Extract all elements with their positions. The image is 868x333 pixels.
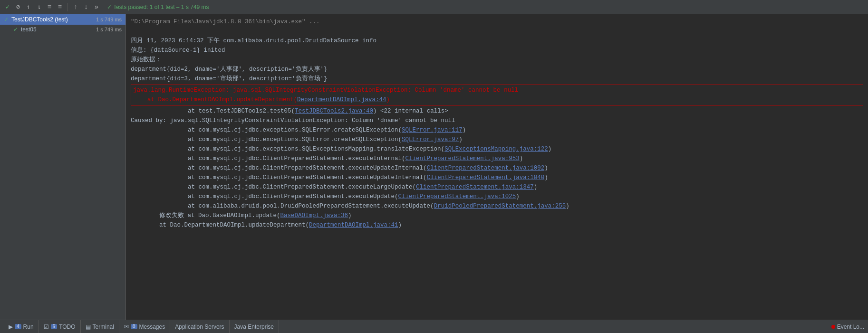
terminal-tab[interactable]: ▤ Terminal: [81, 320, 119, 333]
error-box: java.lang.RuntimeException: java.sql.SQL…: [131, 85, 863, 105]
item-name: test05: [21, 26, 96, 33]
check-icon[interactable]: ✓: [4, 3, 11, 11]
error-line-2: at Dao.DepartmentDAOImpl.updateDepartmen…: [131, 95, 863, 105]
suite-time: 1 s 749 ms: [96, 17, 122, 22]
log-line-4: department{did=2, dname='人事部', descripti…: [131, 65, 863, 74]
clientps-1040[interactable]: ClientPreparedStatement.java:1040: [427, 174, 545, 181]
dept-link-1[interactable]: DepartmentDAOImpl.java:44: [297, 96, 386, 103]
run-num: 4: [15, 324, 21, 329]
log-line-5: department{did=3, dname='市场部', descripti…: [131, 74, 863, 84]
align-right-icon[interactable]: ≡: [56, 3, 64, 11]
blank-line: [131, 27, 863, 36]
sort-asc-icon[interactable]: ↿: [25, 3, 32, 11]
app-servers-tab[interactable]: Application Servers: [170, 320, 229, 333]
messages-tab[interactable]: ✉ 0 Messages: [119, 320, 170, 333]
java-enterprise-tab[interactable]: Java Enterprise: [230, 320, 279, 333]
status-right: Event Lo...: [831, 323, 864, 330]
status-bar: ▶ 4 Run ☑ 6 TODO ▤ Terminal ✉ 0 Messages…: [0, 320, 868, 333]
testjdbc-link[interactable]: TestJDBCTools2.java:40: [295, 108, 373, 114]
test-suite-row[interactable]: ✓ TestJDBCTools2 (test) 1 s 749 ms: [0, 14, 125, 25]
command-line: "D:\Program Files\Java\jdk1.8.0_361\bin\…: [131, 17, 863, 27]
stack-line-10: 修改失败 at Dao.BaseDAOImpl.update(BaseDAOIm…: [131, 211, 863, 220]
todo-icon: ☑: [44, 323, 49, 330]
stack-line-6: at com.mysql.cj.jdbc.ClientPreparedState…: [131, 173, 863, 182]
log-line-1: 四月 11, 2023 6:14:32 下午 com.alibaba.druid…: [131, 36, 863, 46]
sqlerror-97[interactable]: SQLError.java:97: [402, 136, 459, 143]
test-status: ✓ Tests passed: 1 of 1 test – 1 s 749 ms: [107, 4, 209, 10]
sort-desc-icon[interactable]: ⇂: [35, 3, 43, 11]
todo-num: 6: [51, 324, 58, 329]
log-line-3: 原始数据：: [131, 55, 863, 65]
caused-by: Caused by: java.sql.SQLIntegrityConstrai…: [131, 116, 863, 125]
stack-line-1: at com.mysql.cj.jdbc.exceptions.SQLError…: [131, 125, 863, 135]
messages-icon: ✉: [124, 323, 129, 330]
event-log-dot: [831, 325, 835, 329]
stack-line-4: at com.mysql.cj.jdbc.ClientPreparedState…: [131, 154, 863, 163]
stack-line-7: at com.mysql.cj.jdbc.ClientPreparedState…: [131, 182, 863, 192]
basedao-36[interactable]: BaseDAOImpl.java:36: [280, 212, 348, 219]
stack-line-8: at com.mysql.cj.jdbc.ClientPreparedState…: [131, 192, 863, 201]
clientps-1347[interactable]: ClientPreparedStatement.java:1347: [416, 184, 534, 190]
sqlerror-117[interactable]: SQLError.java:117: [402, 127, 463, 133]
messages-label: Messages: [139, 323, 165, 330]
terminal-label: Terminal: [93, 323, 114, 330]
suite-check-icon: ✓: [4, 16, 9, 23]
run-icon: ▶: [9, 323, 13, 330]
event-log-label[interactable]: Event Lo...: [837, 323, 864, 330]
stack-line-2: at com.mysql.cj.jdbc.exceptions.SQLError…: [131, 135, 863, 144]
stack-line-3: at com.mysql.cj.jdbc.exceptions.SQLExcep…: [131, 144, 863, 154]
dept-link-41[interactable]: DepartmentDAOImpl.java:41: [309, 222, 398, 228]
clientps-1092[interactable]: ClientPreparedStatement.java:1092: [427, 165, 545, 171]
clientps-1025[interactable]: ClientPreparedStatement.java:1025: [398, 193, 516, 200]
todo-label: TODO: [59, 323, 75, 330]
item-check-icon: ✓: [13, 26, 18, 33]
main-area: ✓ TestJDBCTools2 (test) 1 s 749 ms ✓ tes…: [0, 14, 868, 320]
sqlexceptions-122[interactable]: SQLExceptionsMapping.java:122: [444, 146, 548, 152]
druid-255[interactable]: DruidPooledPreparedStatement.java:255: [434, 203, 566, 209]
left-panel: ✓ TestJDBCTools2 (test) 1 s 749 ms ✓ tes…: [0, 14, 126, 320]
stack-line-11: at Dao.DepartmentDAOImpl.updateDepartmen…: [131, 220, 863, 230]
todo-tab[interactable]: ☑ 6 TODO: [39, 320, 81, 333]
error-line-1: java.lang.RuntimeException: java.sql.SQL…: [131, 86, 863, 95]
stop-icon[interactable]: ⊘: [14, 3, 22, 11]
up-icon[interactable]: ↑: [72, 3, 79, 11]
run-label: Run: [23, 323, 34, 330]
suite-name: TestJDBCTools2 (test): [11, 16, 96, 23]
down-icon[interactable]: ↓: [82, 3, 90, 11]
app-servers-label: Application Servers: [175, 323, 224, 330]
item-time: 1 s 749 ms: [96, 27, 122, 32]
separator: [68, 3, 68, 11]
status-checkmark: ✓: [107, 4, 113, 10]
terminal-icon: ▤: [86, 323, 91, 330]
clientps-953[interactable]: ClientPreparedStatement.java:953: [405, 155, 520, 162]
log-line-2: 信息: {dataSource-1} inited: [131, 46, 863, 55]
run-tab[interactable]: ▶ 4 Run: [4, 320, 39, 333]
align-left-icon[interactable]: ≡: [46, 3, 53, 11]
toolbar: ✓ ⊘ ↿ ⇂ ≡ ≡ ↑ ↓ » ✓ Tests passed: 1 of 1…: [0, 0, 868, 14]
right-panel[interactable]: "D:\Program Files\Java\jdk1.8.0_361\bin\…: [126, 14, 868, 320]
stack-line-9: at com.alibaba.druid.pool.DruidPooledPre…: [131, 201, 863, 211]
stack-line-5: at com.mysql.cj.jdbc.ClientPreparedState…: [131, 163, 863, 173]
test-item-row[interactable]: ✓ test05 1 s 749 ms: [0, 25, 125, 34]
stack-line-0: at test.TestJDBCTools2.test05(TestJDBCTo…: [131, 106, 863, 116]
java-enterprise-label: Java Enterprise: [234, 323, 274, 330]
messages-num: 0: [131, 324, 137, 329]
more-icon[interactable]: »: [93, 3, 100, 11]
